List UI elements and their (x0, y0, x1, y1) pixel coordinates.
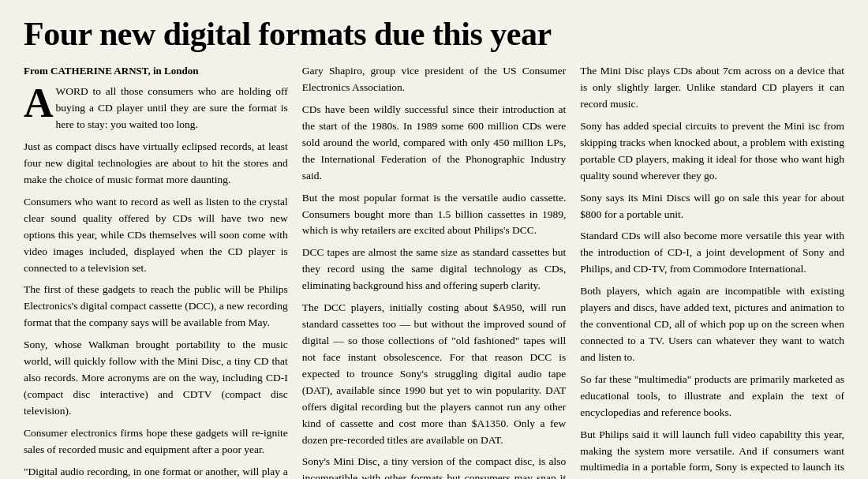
col3-p1: The Mini Disc plays CDs about 7cm across… (580, 63, 844, 113)
byline: From CATHERINE ARNST, in London (24, 63, 288, 79)
drop-cap-letter: A (24, 87, 54, 120)
newspaper-page: Four new digital formats due this year F… (0, 0, 868, 479)
col2-p6: Sony's Mini Disc, a tiny version of the … (302, 454, 567, 479)
main-headline: Four new digital formats due this year (24, 16, 844, 52)
col1-p6: Consumer electronics firms hope these ga… (24, 425, 288, 458)
col3-p6: So far these "multimedia" products are p… (580, 372, 844, 421)
col3-p3: Sony says its Mini Discs will go on sale… (580, 190, 844, 223)
col2-p3: But the most popular format is the versa… (302, 190, 567, 240)
col3-p5: Both players, which again are incompatib… (580, 283, 844, 366)
col3-p4: Standard CDs will also become more versa… (580, 228, 844, 278)
column-1: From CATHERINE ARNST, in London AWORD to… (24, 63, 288, 479)
col2-p5: The DCC players, initially costing about… (302, 300, 567, 448)
column-3: The Mini Disc plays CDs about 7cm across… (580, 63, 844, 479)
col1-p7: "Digital audio recording, in one format … (24, 464, 288, 479)
col1-p3: Consumers who want to record as well as … (24, 194, 288, 277)
col1-p2: Just as compact discs have virtually ecl… (24, 139, 288, 189)
columns-wrapper: From CATHERINE ARNST, in London AWORD to… (24, 63, 844, 479)
col1-p5: Sony, whose Walkman brought portability … (24, 337, 288, 420)
col2-p2: CDs have been wildly successful since th… (302, 102, 567, 185)
col1-p4: The first of these gadgets to reach the … (24, 282, 288, 331)
col3-p7: But Philips said it will launch full vid… (580, 427, 844, 479)
column-2: Gary Shapiro, group vice president of th… (302, 63, 567, 479)
col2-p1: Gary Shapiro, group vice president of th… (302, 63, 567, 96)
p1-rest: WORD to all those consumers who are hold… (56, 85, 288, 130)
drop-cap-paragraph: AWORD to all those consumers who are hol… (24, 84, 288, 133)
col3-p2: Sony has added special circuits to preve… (580, 118, 844, 185)
col2-p4: DCC tapes are almost the same size as st… (302, 245, 567, 294)
